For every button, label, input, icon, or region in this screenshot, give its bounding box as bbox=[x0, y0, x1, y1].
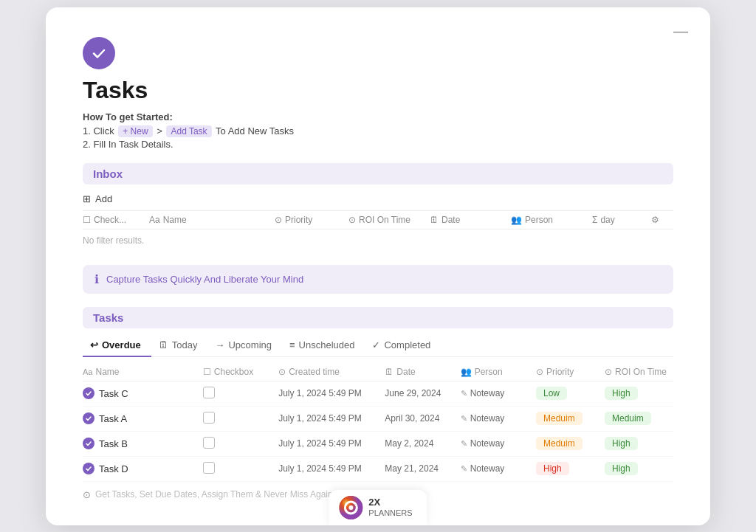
task-date-2: May 2, 2024 bbox=[385, 438, 460, 449]
filter-icon: Σ bbox=[592, 215, 597, 225]
date-col-icon: 🗓 bbox=[385, 367, 394, 377]
task-priority-2: Meduim bbox=[536, 437, 605, 450]
edit-icon-1: ✎ bbox=[461, 414, 467, 424]
roi-col-icon: ⊙ bbox=[605, 367, 612, 377]
inbox-section: Inbox ⊞ Add ☐ Check... Aa Name ⊙ Priorit… bbox=[83, 163, 673, 252]
tasks-section: Tasks ↩ Overdue 🗓 Today → Upcoming ≡ Uns… bbox=[83, 307, 673, 503]
th-name: Aa Name bbox=[83, 367, 203, 377]
task-date-0: June 29, 2024 bbox=[385, 388, 460, 398]
checkbox-cell-3[interactable] bbox=[203, 462, 215, 474]
grid-icon: ⊞ bbox=[83, 193, 91, 204]
table-row: Task A July 1, 2024 5:49 PM April 30, 20… bbox=[83, 407, 673, 432]
tab-overdue-label: Overdue bbox=[102, 339, 141, 350]
tasks-tabs: ↩ Overdue 🗓 Today → Upcoming ≡ Unschelud… bbox=[83, 334, 673, 357]
table-row: Task C July 1, 2024 5:49 PM June 29, 202… bbox=[83, 381, 673, 407]
priority-col-icon: ⊙ bbox=[536, 367, 543, 377]
task-roi-3: High bbox=[605, 462, 673, 475]
add-task-badge: Add Task bbox=[166, 125, 211, 137]
task-roi-1: Meduim bbox=[605, 412, 673, 425]
task-person-1: ✎ Noteway bbox=[461, 413, 536, 424]
checkbox-col-icon: ☐ bbox=[203, 367, 211, 377]
task-priority-1: Meduim bbox=[536, 412, 605, 425]
new-badge: + New bbox=[118, 125, 152, 137]
inbox-columns: ☐ Check... Aa Name ⊙ Priority ⊙ ROI On T… bbox=[83, 210, 673, 229]
how-to-label: How To get Started: bbox=[83, 111, 673, 122]
col-roi: ⊙ ROI On Time bbox=[348, 215, 430, 225]
th-created: ⊙ Created time bbox=[278, 367, 385, 377]
task-person-0: ✎ Noteway bbox=[461, 388, 536, 398]
edit-icon-0: ✎ bbox=[461, 389, 467, 398]
task-checkbox-2[interactable] bbox=[203, 437, 278, 451]
tab-completed[interactable]: ✓ Completed bbox=[365, 334, 441, 357]
upcoming-icon: → bbox=[215, 339, 224, 350]
task-dot-3 bbox=[83, 463, 94, 474]
how-to-step-2: 2. Fill In Task Details. bbox=[83, 139, 673, 150]
task-roi-0: High bbox=[605, 387, 673, 400]
more-text: Get Tasks, Set Due Dates, Assign Them & … bbox=[95, 489, 333, 500]
col-name: Aa Name bbox=[149, 215, 275, 225]
brand-name-line1: 2X bbox=[368, 497, 380, 508]
tab-upcoming-label: Upcoming bbox=[228, 339, 272, 350]
overdue-icon: ↩ bbox=[90, 339, 98, 350]
task-created-0: July 1, 2024 5:49 PM bbox=[278, 388, 385, 398]
task-dot-2 bbox=[83, 438, 94, 449]
person-icon: 👥 bbox=[511, 215, 522, 225]
date-icon: 🗓 bbox=[430, 215, 439, 225]
person-col-icon: 👥 bbox=[461, 367, 472, 377]
task-created-2: July 1, 2024 5:49 PM bbox=[278, 438, 385, 449]
col-day: Σ day bbox=[592, 215, 651, 225]
banner-text: Capture Tasks Quickly And Liberate Your … bbox=[106, 274, 303, 285]
col-settings[interactable]: ⚙ bbox=[651, 215, 673, 225]
priority-icon: ⊙ bbox=[275, 215, 282, 225]
how-to-list: 1. Click + New > Add Task To Add New Tas… bbox=[83, 125, 673, 150]
page-title: Tasks bbox=[83, 77, 673, 104]
task-name-2: Task B bbox=[83, 438, 203, 449]
task-dot-1 bbox=[83, 412, 94, 424]
task-checkbox-3[interactable] bbox=[203, 462, 278, 476]
tab-today-label: Today bbox=[172, 339, 198, 350]
bottom-branding: 2X PLANNERS bbox=[329, 490, 427, 525]
col-date: 🗓 Date bbox=[430, 215, 511, 225]
checkbox-icon: ☐ bbox=[83, 215, 91, 225]
task-rows-container: Task C July 1, 2024 5:49 PM June 29, 202… bbox=[83, 381, 673, 482]
info-banner: ℹ Capture Tasks Quickly And Liberate You… bbox=[83, 265, 673, 294]
task-name-0: Task C bbox=[83, 387, 203, 399]
tab-overdue[interactable]: ↩ Overdue bbox=[83, 334, 151, 357]
tab-unscheduled-label: Unscheluded bbox=[299, 339, 355, 350]
no-filter-text: No filter results. bbox=[83, 232, 673, 252]
checkbox-cell-1[interactable] bbox=[203, 412, 215, 424]
table-row: Task B July 1, 2024 5:49 PM May 2, 2024 … bbox=[83, 432, 673, 457]
th-person: 👥 Person bbox=[461, 367, 536, 377]
checkbox-cell-0[interactable] bbox=[203, 387, 215, 398]
task-created-1: July 1, 2024 5:49 PM bbox=[278, 413, 385, 424]
task-date-1: April 30, 2024 bbox=[385, 413, 460, 424]
info-icon: ℹ bbox=[94, 272, 99, 286]
task-name-3: Task D bbox=[83, 463, 203, 474]
task-checkbox-1[interactable] bbox=[203, 412, 278, 426]
tasks-title: Tasks bbox=[83, 307, 673, 328]
app-icon bbox=[83, 37, 115, 69]
th-priority: ⊙ Priority bbox=[536, 367, 605, 377]
task-checkbox-0[interactable] bbox=[203, 387, 278, 401]
edit-icon-2: ✎ bbox=[461, 439, 467, 449]
tab-today[interactable]: 🗓 Today bbox=[151, 334, 208, 357]
th-date: 🗓 Date bbox=[385, 367, 460, 377]
inbox-add-button[interactable]: Add bbox=[95, 193, 112, 204]
col-priority: ⊙ Priority bbox=[275, 215, 348, 225]
name-col-icon: Aa bbox=[83, 367, 92, 376]
task-dot-0 bbox=[83, 387, 94, 399]
task-priority-3: High bbox=[536, 462, 605, 475]
tab-upcoming[interactable]: → Upcoming bbox=[207, 334, 282, 357]
task-person-3: ✎ Noteway bbox=[461, 463, 536, 474]
brand-name-line2: PLANNERS bbox=[368, 508, 412, 518]
tab-unscheduled[interactable]: ≡ Unscheluded bbox=[282, 334, 365, 357]
inbox-title: Inbox bbox=[83, 163, 673, 184]
branding-text: 2X PLANNERS bbox=[368, 497, 412, 518]
checkbox-cell-2[interactable] bbox=[203, 437, 215, 449]
svg-point-2 bbox=[348, 505, 353, 510]
table-row: Task D July 1, 2024 5:49 PM May 21, 2024… bbox=[83, 457, 673, 482]
minimize-button[interactable]: — bbox=[673, 24, 688, 38]
text-icon: Aa bbox=[149, 215, 160, 225]
branding-logo bbox=[339, 496, 362, 519]
table-header: Aa Name ☐ Checkbox ⊙ Created time 🗓 Date… bbox=[83, 363, 673, 381]
